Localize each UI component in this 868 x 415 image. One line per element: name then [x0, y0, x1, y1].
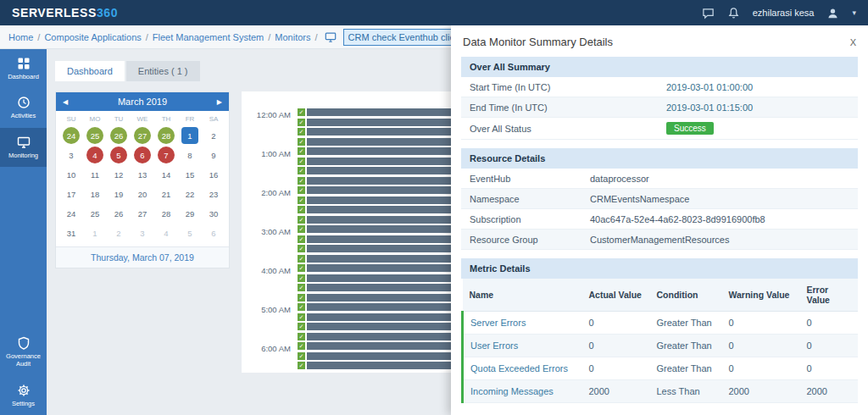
tab-dashboard[interactable]: Dashboard — [55, 61, 125, 81]
avatar-icon[interactable] — [826, 7, 839, 19]
breadcrumb-fleet-management-system[interactable]: Fleet Management System — [153, 32, 264, 42]
timeline-row[interactable]: ✓ — [298, 158, 455, 165]
calendar-day[interactable]: 1 — [86, 224, 103, 241]
calendar-day[interactable]: 26 — [110, 127, 127, 144]
timeline-row[interactable]: ✓ — [298, 284, 455, 291]
calendar-day[interactable]: 23 — [205, 185, 222, 202]
timeline-row[interactable]: ✓ — [298, 245, 455, 252]
calendar-day[interactable]: 22 — [181, 185, 198, 202]
timeline-row[interactable]: ✓ — [298, 196, 455, 204]
close-icon[interactable]: X — [850, 37, 856, 47]
calendar-day[interactable]: 19 — [110, 185, 127, 202]
timeline-row[interactable]: ✓ — [298, 333, 455, 340]
timeline-row[interactable]: ✓ — [298, 119, 455, 126]
calendar-day[interactable]: 18 — [86, 185, 103, 202]
calendar-day[interactable]: 10 — [63, 166, 80, 183]
timeline-row[interactable]: ✓ — [298, 147, 455, 155]
timeline-row[interactable]: ✓ — [298, 206, 455, 213]
calendar-day[interactable]: 15 — [181, 166, 198, 183]
calendar-day[interactable]: 24 — [63, 205, 80, 222]
sidebar-item-monitoring[interactable]: Monitoring — [0, 128, 47, 167]
timeline-row[interactable]: ✓ — [298, 313, 455, 321]
timeline-row[interactable]: ✓ — [298, 138, 455, 146]
calendar-day[interactable]: 25 — [86, 127, 103, 144]
calendar-day[interactable]: 6 — [134, 147, 151, 163]
timeline-bar — [307, 119, 455, 126]
sidebar-item-governance-audit[interactable]: Governance Audit — [0, 329, 47, 376]
calendar-day[interactable]: 3 — [134, 224, 151, 241]
calendar-day[interactable]: 29 — [181, 205, 198, 222]
timeline-row[interactable]: ✓ — [298, 362, 455, 369]
timeline-row[interactable]: ✓ — [298, 342, 455, 350]
timeline-row[interactable]: ✓ — [298, 108, 455, 116]
calendar-day[interactable]: 12 — [110, 166, 127, 183]
monitoring-icon — [17, 136, 31, 149]
calendar-day[interactable]: 14 — [158, 166, 175, 183]
breadcrumb-composite-applications[interactable]: Composite Applications — [44, 32, 141, 42]
calendar-day[interactable]: 4 — [158, 224, 175, 241]
user-name[interactable]: ezhilarasi kesa — [753, 8, 815, 18]
calendar-day[interactable]: 25 — [86, 205, 103, 222]
calendar-day[interactable]: 5 — [110, 147, 127, 163]
calendar-day[interactable]: 5 — [181, 224, 198, 241]
breadcrumb-monitors[interactable]: Monitors — [275, 32, 310, 42]
calendar-day[interactable]: 21 — [158, 185, 175, 202]
sidebar-item-dashboard[interactable]: Dashboard — [0, 49, 47, 88]
calendar-next-button[interactable]: ▶ — [217, 98, 222, 106]
timeline-bar — [307, 352, 455, 360]
timeline-row[interactable]: ✓ — [298, 255, 455, 263]
timeline-row[interactable]: ✓ — [298, 128, 455, 136]
success-check-icon: ✓ — [298, 255, 305, 263]
calendar-day[interactable]: 28 — [158, 127, 175, 144]
calendar-day[interactable]: 4 — [86, 147, 103, 163]
metric-table: NameActual ValueConditionWarning ValueEr… — [461, 279, 858, 403]
timeline-row[interactable]: ✓ — [298, 323, 455, 330]
calendar-day[interactable]: 13 — [134, 166, 151, 183]
calendar-day[interactable]: 27 — [134, 205, 151, 222]
calendar-day[interactable]: 20 — [134, 185, 151, 202]
calendar-day[interactable]: 2 — [205, 127, 222, 144]
timeline-row[interactable]: ✓ — [298, 235, 455, 243]
timeline-bar — [307, 216, 455, 224]
timeline-row[interactable]: ✓ — [298, 177, 455, 185]
calendar-day[interactable]: 27 — [134, 127, 151, 144]
timeline-hour-label: 4:00 AM — [242, 266, 291, 275]
chevron-down-icon[interactable]: ▾ — [852, 8, 856, 17]
metric-column-header: Error Value — [800, 279, 859, 312]
timeline-row[interactable]: ✓ — [298, 186, 455, 194]
timeline-row[interactable]: ✓ — [298, 294, 455, 302]
calendar-day[interactable]: 2 — [110, 224, 127, 241]
breadcrumb-home[interactable]: Home — [8, 32, 33, 42]
calendar-day[interactable]: 7 — [158, 147, 175, 163]
detail-value: 40ac647a-52e4-4a62-8023-8d9916900fb8 — [581, 210, 858, 229]
calendar-day[interactable]: 9 — [205, 147, 222, 163]
calendar-day[interactable]: 3 — [63, 147, 80, 163]
sidebar-item-activities[interactable]: Activities — [0, 88, 47, 127]
calendar-day[interactable]: 24 — [63, 127, 80, 144]
timeline-bar — [307, 177, 455, 185]
timeline-row[interactable]: ✓ — [298, 303, 455, 311]
calendar-day[interactable]: 26 — [110, 205, 127, 222]
timeline-row[interactable]: ✓ — [298, 216, 455, 224]
breadcrumb-separator: / — [315, 32, 318, 42]
chat-icon[interactable] — [702, 7, 715, 19]
calendar-day[interactable]: 31 — [63, 224, 80, 241]
calendar-day[interactable]: 16 — [205, 166, 222, 183]
calendar-day[interactable]: 6 — [205, 224, 222, 241]
calendar-day[interactable]: 8 — [181, 147, 198, 163]
calendar-day[interactable]: 1 — [181, 127, 198, 144]
timeline-row[interactable]: ✓ — [298, 264, 455, 272]
calendar-day[interactable]: 28 — [158, 205, 175, 222]
calendar-day[interactable]: 11 — [86, 166, 103, 183]
bell-icon[interactable] — [727, 7, 740, 19]
timeline-row[interactable]: ✓ — [298, 167, 455, 174]
timeline-row[interactable]: ✓ — [298, 352, 455, 360]
calendar-day[interactable]: 30 — [205, 205, 222, 222]
tab-entities[interactable]: Entities ( 1 ) — [126, 61, 200, 81]
timeline-row[interactable]: ✓ — [298, 274, 455, 282]
timeline-row[interactable]: ✓ — [298, 225, 455, 233]
calendar-prev-button[interactable]: ◀ — [63, 98, 68, 106]
calendar-day[interactable]: 17 — [63, 185, 80, 202]
panel-title: Data Monitor Summary Details — [463, 36, 613, 48]
sidebar-item-settings[interactable]: Settings — [0, 376, 47, 415]
